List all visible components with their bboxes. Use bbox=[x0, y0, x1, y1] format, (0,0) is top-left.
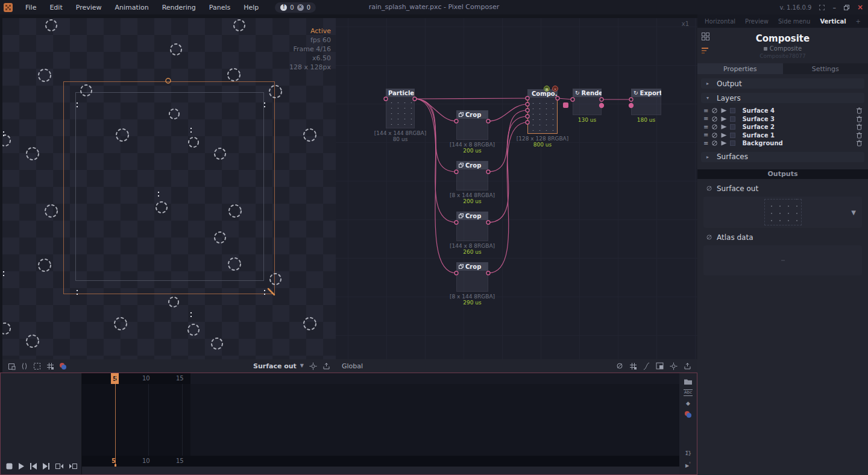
layer-row[interactable]: ≡Surface 2 bbox=[703, 123, 862, 131]
close-button[interactable]: × bbox=[857, 3, 863, 11]
color-track-icon[interactable] bbox=[685, 411, 691, 418]
minimize-button[interactable]: – bbox=[832, 4, 836, 11]
play-button[interactable] bbox=[19, 463, 24, 470]
sort-layers-icon[interactable] bbox=[702, 48, 709, 54]
fit-view-icon[interactable] bbox=[21, 362, 28, 370]
tab-settings[interactable]: Settings bbox=[783, 63, 868, 74]
add-workspace-tab-button[interactable]: + bbox=[851, 18, 866, 25]
timeline-bottom-ruler[interactable]: 5 10 15 bbox=[82, 456, 679, 467]
center-graph-icon[interactable] bbox=[670, 362, 678, 370]
layer-visibility-icon[interactable] bbox=[711, 124, 718, 130]
layer-delete-icon[interactable] bbox=[857, 116, 862, 122]
ease-curve-icon[interactable]: Σ} bbox=[685, 450, 691, 456]
stop-button[interactable] bbox=[6, 463, 13, 470]
layer-delete-icon[interactable] bbox=[857, 124, 862, 130]
prev-keyframe-button[interactable] bbox=[55, 464, 63, 469]
layer-isolate-icon[interactable] bbox=[721, 133, 727, 138]
menu-animation[interactable]: Animation bbox=[108, 4, 156, 11]
export-image-icon[interactable] bbox=[322, 362, 330, 370]
layer-row[interactable]: ≡Surface 1 bbox=[703, 131, 862, 140]
menu-file[interactable]: File bbox=[19, 4, 43, 11]
layer-delete-icon[interactable] bbox=[857, 107, 862, 114]
node-crop-3[interactable]: Crop bbox=[456, 212, 488, 241]
section-output[interactable]: ▸ Output bbox=[701, 78, 864, 89]
selection-anchor[interactable] bbox=[166, 78, 171, 83]
node-export[interactable]: ↻Export bbox=[631, 89, 661, 115]
link-icon[interactable] bbox=[616, 362, 623, 370]
atlas-data-preview[interactable] bbox=[703, 245, 862, 275]
export-graph-icon[interactable] bbox=[684, 362, 691, 370]
preview-canvas[interactable]: Active fps 60 Frame 4/16 x6.50 128 x 128… bbox=[2, 18, 336, 359]
layer-name[interactable]: Surface 2 bbox=[738, 124, 854, 130]
next-keyframe-button[interactable] bbox=[69, 464, 77, 469]
timeline-content[interactable] bbox=[82, 384, 679, 456]
tab-properties[interactable]: Properties bbox=[697, 63, 783, 74]
pixel-grid-icon[interactable] bbox=[46, 362, 54, 370]
layer-row[interactable]: ≡Surface 4 bbox=[703, 107, 862, 115]
compose-badge-red[interactable]: × bbox=[552, 86, 558, 92]
layer-drag-handle[interactable]: ≡ bbox=[703, 108, 708, 114]
grid-snap-icon[interactable] bbox=[629, 362, 637, 370]
node-render[interactable]: ↻Render... bbox=[573, 89, 602, 115]
layer-delete-icon[interactable] bbox=[857, 140, 862, 146]
compose-badge-green[interactable]: ▦ bbox=[544, 86, 550, 92]
node-crop-1[interactable]: Crop bbox=[456, 110, 488, 140]
layer-visibility-icon[interactable] bbox=[711, 132, 718, 139]
workspace-tab-preview[interactable]: Preview bbox=[740, 18, 773, 25]
layer-drag-handle[interactable]: ≡ bbox=[703, 116, 708, 122]
layer-drag-handle[interactable]: ≡ bbox=[703, 124, 708, 130]
layer-row[interactable]: ≡Background bbox=[703, 139, 862, 148]
center-canvas-icon[interactable] bbox=[309, 362, 317, 370]
workspace-tab-side-menu[interactable]: Side menu bbox=[773, 18, 815, 25]
section-layers[interactable]: ▾ Layers bbox=[701, 93, 864, 103]
menu-edit[interactable]: Edit bbox=[43, 4, 69, 11]
preview-surface-selector[interactable]: Surface out ▼ bbox=[253, 362, 304, 370]
panel-grid-icon[interactable] bbox=[702, 33, 709, 40]
layer-visibility-icon[interactable] bbox=[711, 116, 718, 122]
timeline-scrollbar-strip[interactable] bbox=[82, 467, 679, 474]
menu-panels[interactable]: Panels bbox=[203, 4, 237, 11]
layer-drag-handle[interactable]: ≡ bbox=[703, 132, 708, 138]
node-crop-2[interactable]: Crop bbox=[456, 161, 488, 190]
folder-icon[interactable] bbox=[684, 379, 692, 385]
text-track-icon[interactable]: Abc bbox=[684, 389, 693, 396]
node-composite[interactable]: Compo... bbox=[527, 89, 558, 134]
layer-name[interactable]: Surface 4 bbox=[738, 107, 854, 114]
surface-out-preview[interactable]: ▼ bbox=[703, 197, 862, 228]
layer-name[interactable]: Background bbox=[738, 140, 854, 146]
layer-isolate-icon[interactable] bbox=[721, 116, 727, 122]
menu-preview[interactable]: Preview bbox=[69, 4, 108, 11]
section-surfaces[interactable]: ▸ Surfaces bbox=[701, 152, 864, 162]
node-particle[interactable]: Particle bbox=[386, 89, 415, 128]
canvas-lock-icon[interactable] bbox=[8, 362, 16, 370]
layer-isolate-icon[interactable] bbox=[721, 124, 727, 130]
minimap-icon[interactable] bbox=[656, 362, 664, 370]
restore-button[interactable] bbox=[844, 5, 849, 10]
notification-pill[interactable]: ! 0 × 0 bbox=[275, 2, 316, 13]
compose-side-badge[interactable] bbox=[563, 102, 568, 108]
background-color-icon[interactable] bbox=[60, 363, 66, 370]
layer-visibility-icon[interactable] bbox=[711, 107, 718, 114]
keyframe-icon[interactable]: ◆ bbox=[686, 401, 690, 406]
goto-start-button[interactable] bbox=[30, 463, 37, 470]
layer-isolate-icon[interactable] bbox=[721, 140, 727, 146]
layer-isolate-icon[interactable] bbox=[721, 108, 727, 113]
layer-drag-handle[interactable]: ≡ bbox=[703, 140, 708, 146]
playback-settings-icon[interactable]: ▶° bbox=[685, 461, 691, 468]
menu-help[interactable]: Help bbox=[237, 4, 265, 11]
crop-frame-icon[interactable] bbox=[33, 362, 41, 370]
timeline-ruler[interactable]: 5 10 15 bbox=[82, 373, 679, 384]
layer-row[interactable]: ≡Surface 3 bbox=[703, 115, 862, 124]
layer-name[interactable]: Surface 1 bbox=[738, 132, 854, 139]
layer-visibility-icon[interactable] bbox=[711, 140, 718, 146]
node-graph-area[interactable]: x1 Particle[144 x 144 8RGBA]80 usCrop[14… bbox=[336, 18, 697, 359]
menu-rendering[interactable]: Rendering bbox=[156, 4, 203, 11]
node-crop-4[interactable]: Crop bbox=[456, 262, 488, 292]
goto-end-button[interactable] bbox=[43, 463, 49, 470]
playhead[interactable] bbox=[115, 373, 116, 467]
timeline-track-area[interactable]: 5 10 15 5 10 15 bbox=[82, 373, 679, 474]
workspace-tab-vertical[interactable]: Vertical bbox=[815, 18, 851, 25]
workspace-tab-horizontal[interactable]: Horizontal bbox=[700, 18, 740, 25]
connection-curve-icon[interactable] bbox=[643, 362, 650, 370]
layer-name[interactable]: Surface 3 bbox=[738, 116, 854, 122]
